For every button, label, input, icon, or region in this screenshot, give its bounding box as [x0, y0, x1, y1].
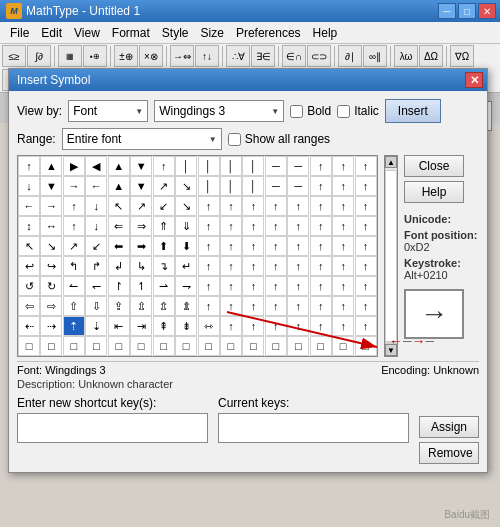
- symbol-grid-scrollbar[interactable]: ▲ ▼: [384, 155, 398, 357]
- menu-edit[interactable]: Edit: [35, 24, 68, 42]
- italic-checkbox[interactable]: [337, 105, 350, 118]
- symbol-cell[interactable]: ⇀: [153, 276, 175, 296]
- symbol-cell[interactable]: ↑: [242, 256, 264, 276]
- symbol-cell[interactable]: ─: [265, 156, 287, 176]
- symbol-cell[interactable]: ↑: [220, 256, 242, 276]
- symbol-cell[interactable]: □: [198, 336, 220, 356]
- menu-style[interactable]: Style: [156, 24, 195, 42]
- symbol-cell[interactable]: ↑: [220, 216, 242, 236]
- symbol-cell[interactable]: ↓: [18, 176, 40, 196]
- symbol-cell[interactable]: ↑: [63, 216, 85, 236]
- symbol-cell[interactable]: ↑: [242, 296, 264, 316]
- symbol-cell[interactable]: ➡: [130, 236, 152, 256]
- symbol-cell[interactable]: ↙: [85, 236, 107, 256]
- symbol-cell[interactable]: ↑: [310, 276, 332, 296]
- symbol-cell[interactable]: ⬆: [153, 236, 175, 256]
- symbol-cell[interactable]: ⇥: [130, 316, 152, 336]
- symbol-cell[interactable]: ↑: [265, 276, 287, 296]
- symbol-cell[interactable]: ↑: [332, 236, 354, 256]
- symbol-cell[interactable]: ⇢: [40, 316, 62, 336]
- symbol-cell[interactable]: ↰: [63, 256, 85, 276]
- symbol-cell[interactable]: ↔: [40, 216, 62, 236]
- symbol-cell[interactable]: ⇿: [198, 316, 220, 336]
- toolbar-btn-nabla[interactable]: ∇Ω: [450, 45, 474, 67]
- symbol-cell[interactable]: ⇐: [108, 216, 130, 236]
- symbol-cell[interactable]: ↑: [355, 276, 377, 296]
- font-name-dropdown[interactable]: Wingdings 3 ▼: [154, 100, 284, 122]
- symbol-cell[interactable]: ⇡: [63, 316, 85, 336]
- symbol-cell[interactable]: ↑: [355, 216, 377, 236]
- symbol-cell[interactable]: ▲: [108, 156, 130, 176]
- symbol-cell[interactable]: →: [63, 176, 85, 196]
- toolbar-btn-partial[interactable]: ∂∣: [338, 45, 362, 67]
- symbol-cell[interactable]: ↑: [265, 236, 287, 256]
- symbol-cell[interactable]: ↑: [310, 256, 332, 276]
- symbol-cell[interactable]: ⇑: [153, 216, 175, 236]
- symbol-cell[interactable]: ↑: [355, 156, 377, 176]
- symbol-cell[interactable]: ↿: [130, 276, 152, 296]
- toolbar-btn-lambda[interactable]: λω: [394, 45, 418, 67]
- symbol-cell[interactable]: ←: [18, 196, 40, 216]
- toolbar-btn-plusminus[interactable]: ±⊕: [114, 45, 138, 67]
- symbol-cell[interactable]: ⇪: [108, 296, 130, 316]
- symbol-cell[interactable]: □: [175, 336, 197, 356]
- symbol-cell[interactable]: │: [198, 156, 220, 176]
- symbol-cell[interactable]: ↑: [332, 256, 354, 276]
- symbol-cell[interactable]: ↑: [198, 276, 220, 296]
- symbol-cell[interactable]: │: [175, 156, 197, 176]
- close-window-button[interactable]: ✕: [478, 3, 496, 19]
- symbol-cell[interactable]: ─: [287, 176, 309, 196]
- symbol-cell[interactable]: ↼: [63, 276, 85, 296]
- symbol-cell[interactable]: │: [242, 176, 264, 196]
- symbol-cell[interactable]: □: [40, 336, 62, 356]
- symbol-cell[interactable]: □: [310, 336, 332, 356]
- symbol-cell[interactable]: ↑: [310, 156, 332, 176]
- symbol-cell[interactable]: ↑: [242, 316, 264, 336]
- insert-button[interactable]: Insert: [385, 99, 441, 123]
- symbol-cell[interactable]: ↵: [175, 256, 197, 276]
- help-button[interactable]: Help: [404, 181, 464, 203]
- symbol-cell[interactable]: ▼: [130, 176, 152, 196]
- menu-size[interactable]: Size: [195, 24, 230, 42]
- symbol-cell[interactable]: ↖: [18, 236, 40, 256]
- symbol-cell[interactable]: ↑: [310, 296, 332, 316]
- symbol-cell[interactable]: □: [153, 336, 175, 356]
- symbol-cell[interactable]: □: [242, 336, 264, 356]
- symbol-cell[interactable]: ↙: [153, 196, 175, 216]
- symbol-cell[interactable]: │: [220, 176, 242, 196]
- symbol-cell[interactable]: ↗: [63, 236, 85, 256]
- symbol-cell[interactable]: ↴: [153, 256, 175, 276]
- symbol-cell[interactable]: ↑: [265, 256, 287, 276]
- symbol-cell[interactable]: ↑: [287, 256, 309, 276]
- symbol-cell[interactable]: ↑: [355, 196, 377, 216]
- symbol-cell[interactable]: ─: [265, 176, 287, 196]
- symbol-cell[interactable]: ⇦: [18, 296, 40, 316]
- symbol-cell[interactable]: ↾: [108, 276, 130, 296]
- symbol-cell[interactable]: ↑: [310, 176, 332, 196]
- toolbar-btn-int[interactable]: ∫∂: [27, 45, 51, 67]
- symbol-cell[interactable]: ⇓: [175, 216, 197, 236]
- symbol-cell[interactable]: ↑: [265, 296, 287, 316]
- symbol-cell[interactable]: ↑: [220, 316, 242, 336]
- symbol-cell[interactable]: ↗: [130, 196, 152, 216]
- shortcut-key-input[interactable]: [17, 413, 208, 443]
- symbol-cell[interactable]: ↑: [287, 296, 309, 316]
- symbol-cell[interactable]: ↑: [355, 296, 377, 316]
- symbol-cell[interactable]: │: [242, 156, 264, 176]
- symbol-cell[interactable]: ⇨: [40, 296, 62, 316]
- remove-button[interactable]: Remove: [419, 442, 479, 464]
- symbol-cell[interactable]: ↑: [265, 216, 287, 236]
- menu-format[interactable]: Format: [106, 24, 156, 42]
- symbol-cell[interactable]: ⇭: [175, 296, 197, 316]
- symbol-cell[interactable]: □: [332, 336, 354, 356]
- symbol-cell[interactable]: □: [63, 336, 85, 356]
- symbol-cell[interactable]: □: [265, 336, 287, 356]
- toolbar-btn-delta[interactable]: ΔΩ: [419, 45, 443, 67]
- symbol-cell[interactable]: ↑: [198, 216, 220, 236]
- symbol-cell[interactable]: ↗: [153, 176, 175, 196]
- symbol-cell[interactable]: ↓: [85, 216, 107, 236]
- menu-file[interactable]: File: [4, 24, 35, 42]
- menu-help[interactable]: Help: [307, 24, 344, 42]
- symbol-cell[interactable]: ↑: [310, 316, 332, 336]
- symbol-cell[interactable]: ↖: [108, 196, 130, 216]
